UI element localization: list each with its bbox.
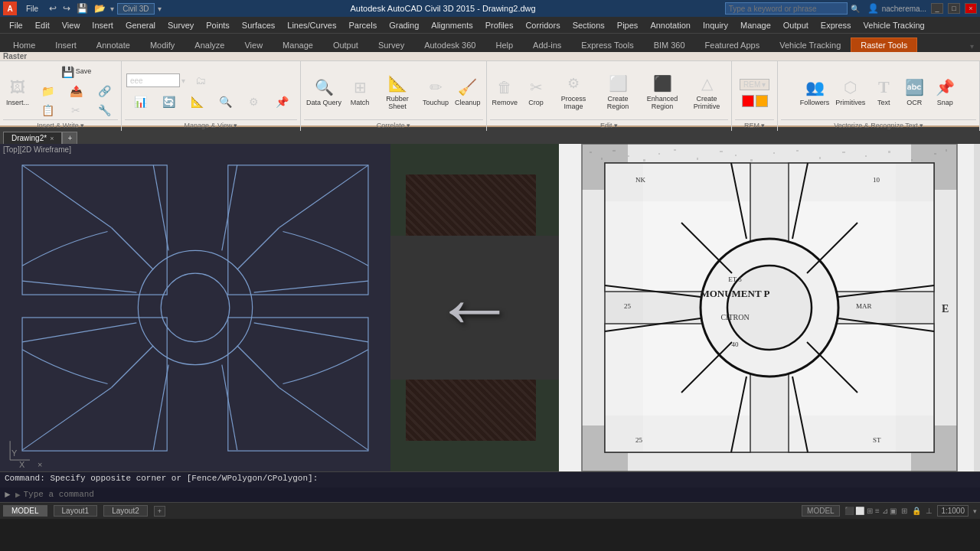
- text-btn[interactable]: T Text: [869, 68, 898, 114]
- menu-express-item[interactable]: Express: [815, 19, 858, 31]
- menu-survey-item[interactable]: Survey: [162, 19, 200, 31]
- color-swatch-orange[interactable]: [756, 95, 768, 107]
- process-image-btn[interactable]: ⚙ Process Image: [552, 68, 595, 114]
- ribbon-btn-6[interactable]: 🔧: [90, 101, 118, 119]
- rem-dropdown[interactable]: REM ▾: [740, 79, 769, 90]
- tab-manage[interactable]: Manage: [273, 37, 323, 52]
- cleanup-btn[interactable]: 🧹 Cleanup: [452, 68, 483, 114]
- menu-pipes-item[interactable]: Pipes: [611, 19, 645, 31]
- group-manage-dropdown-icon[interactable]: ▾: [234, 122, 237, 129]
- menu-grading-item[interactable]: Grading: [383, 19, 425, 31]
- menu-output-item[interactable]: Output: [777, 19, 815, 31]
- ribbon-btn-3[interactable]: 🔗: [90, 82, 118, 100]
- menu-inquiry-item[interactable]: Inquiry: [697, 19, 734, 31]
- tab-output[interactable]: Output: [323, 37, 368, 52]
- ortho-icon[interactable]: ⊥: [926, 507, 933, 515]
- rubber-sheet-btn[interactable]: 📐 Rubber Sheet: [376, 68, 419, 114]
- view-btn-3[interactable]: 📐: [183, 93, 211, 111]
- manage-dropdown[interactable]: eee: [126, 73, 180, 87]
- primitives-btn[interactable]: ⬡ Primitives: [833, 68, 867, 114]
- followers-btn[interactable]: 👥 Followers: [798, 68, 832, 114]
- menu-sections-item[interactable]: Sections: [567, 19, 611, 31]
- ribbon-btn-4[interactable]: 📋: [34, 101, 61, 119]
- menu-file-item[interactable]: File: [3, 19, 29, 31]
- tab-bim360[interactable]: BIM 360: [644, 37, 695, 52]
- menu-edit-item[interactable]: Edit: [29, 19, 56, 31]
- snap-btn[interactable]: 📌 Snap: [930, 68, 959, 114]
- menu-view-item[interactable]: View: [56, 19, 87, 31]
- manage-icon-btn[interactable]: 🗂: [187, 71, 214, 90]
- layout1-tab[interactable]: Layout1: [54, 505, 98, 517]
- match-btn[interactable]: ⊞ Match: [345, 68, 374, 114]
- workspace-dropdown[interactable]: Civil 3D: [117, 3, 154, 15]
- create-region-btn[interactable]: ⬜ Create Region: [596, 68, 639, 114]
- doc-tab-add[interactable]: +: [62, 132, 77, 144]
- tab-expresstools[interactable]: Express Tools: [571, 37, 643, 52]
- tab-featuredapps[interactable]: Featured Apps: [695, 37, 770, 52]
- maximize-btn[interactable]: □: [948, 3, 960, 14]
- tab-modify[interactable]: Modify: [140, 37, 185, 52]
- insert-btn[interactable]: 🖼 Insert...: [3, 68, 32, 114]
- group-edit-dropdown-icon[interactable]: ▾: [614, 122, 618, 129]
- tab-help[interactable]: Help: [485, 37, 523, 52]
- menu-profiles-item[interactable]: Profiles: [479, 19, 520, 31]
- ribbon-btn-1[interactable]: 📁: [34, 82, 61, 100]
- tab-survey[interactable]: Survey: [368, 37, 414, 52]
- manage-dropdown-arrow[interactable]: ▾: [181, 77, 185, 85]
- view-btn-4[interactable]: 🔍: [211, 93, 239, 111]
- crop-btn[interactable]: ✂ Crop: [521, 68, 550, 114]
- group-correlate-dropdown-icon[interactable]: ▾: [407, 122, 410, 129]
- view-btn-6[interactable]: 📌: [268, 93, 296, 111]
- model-tab[interactable]: MODEL: [3, 505, 47, 517]
- layout2-tab[interactable]: Layout2: [103, 505, 148, 517]
- menu-insert-item[interactable]: Insert: [86, 19, 119, 31]
- remove-btn[interactable]: 🗑 Remove: [490, 68, 521, 114]
- menu-corridors-item[interactable]: Corridors: [519, 19, 566, 31]
- tab-autodesk360[interactable]: Autodesk 360: [414, 37, 485, 52]
- tab-insert[interactable]: Insert: [45, 37, 87, 52]
- add-layout-btn[interactable]: +: [154, 506, 165, 517]
- grid-icon[interactable]: ⊞: [901, 507, 907, 515]
- menu-general-item[interactable]: General: [119, 19, 162, 31]
- ribbon-controls[interactable]: ▾: [967, 41, 977, 52]
- save-btn[interactable]: 💾 Save: [34, 63, 118, 81]
- group-dropdown-icon[interactable]: ▾: [80, 122, 84, 129]
- ribbon-btn-2[interactable]: 📤: [62, 82, 90, 100]
- tab-addins[interactable]: Add-ins: [523, 37, 571, 52]
- doc-tab-drawing2[interactable]: Drawing2* ×: [3, 132, 62, 144]
- tab-analyze[interactable]: Analyze: [185, 37, 234, 52]
- menu-file[interactable]: File: [20, 3, 44, 15]
- view-btn-5[interactable]: ⚙: [240, 93, 267, 111]
- save-qat[interactable]: 💾: [75, 3, 90, 14]
- menu-manage-item[interactable]: Manage: [734, 19, 777, 31]
- close-btn[interactable]: ×: [965, 3, 977, 14]
- touchup-btn[interactable]: ✏ Touchup: [420, 68, 451, 114]
- tab-home[interactable]: Home: [3, 37, 45, 52]
- undo-btn[interactable]: ↩: [47, 3, 58, 14]
- redo-btn[interactable]: ↪: [61, 3, 72, 14]
- enhanced-region-btn[interactable]: ⬛ Enhanced Region: [641, 68, 684, 114]
- group-rem-dropdown-icon[interactable]: ▾: [761, 122, 765, 129]
- open-qat[interactable]: 📂: [93, 3, 107, 14]
- menu-parcels-item[interactable]: Parcels: [342, 19, 383, 31]
- ocr-btn[interactable]: 🔤 OCR: [900, 68, 929, 114]
- doc-tab-close[interactable]: ×: [50, 135, 54, 142]
- command-input[interactable]: [24, 490, 977, 499]
- tab-annotate[interactable]: Annotate: [87, 37, 140, 52]
- menu-vehicletracking-item[interactable]: Vehicle Tracking: [858, 19, 931, 31]
- group-vectorize-dropdown-icon[interactable]: ▾: [920, 122, 923, 129]
- data-query-btn[interactable]: 🔍 Data Query: [304, 68, 344, 114]
- view-btn-2[interactable]: 🔄: [155, 93, 182, 111]
- tab-view[interactable]: View: [234, 37, 273, 52]
- menu-annotation-item[interactable]: Annotation: [644, 19, 697, 31]
- menu-alignments-item[interactable]: Alignments: [425, 19, 479, 31]
- tab-vehicletracking[interactable]: Vehicle Tracking: [769, 37, 851, 52]
- menu-points-item[interactable]: Points: [200, 19, 236, 31]
- qat-dropdown[interactable]: ▾: [110, 5, 114, 13]
- create-primitive-btn[interactable]: △ Create Primitive: [685, 68, 728, 114]
- menu-linescurves-item[interactable]: Lines/Curves: [281, 19, 342, 31]
- snap-icon[interactable]: 🔒: [912, 507, 921, 515]
- color-swatch-red[interactable]: [742, 95, 754, 107]
- ribbon-btn-5[interactable]: ✂: [62, 101, 90, 119]
- scale-dropdown-icon[interactable]: ▾: [973, 507, 977, 515]
